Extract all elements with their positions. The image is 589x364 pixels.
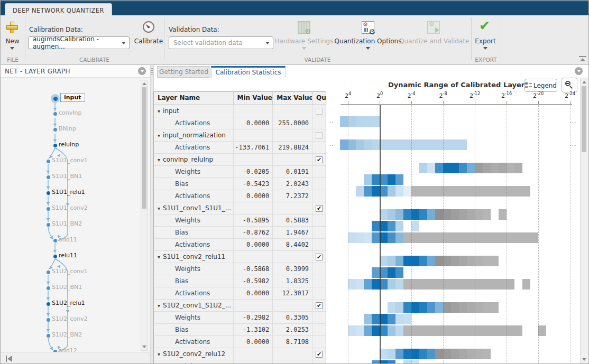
graph-node-dot[interactable] [53, 144, 57, 147]
graph-node-label[interactable]: S1U2_BN2 [52, 331, 82, 338]
collapse-toolstrip-icon[interactable] [579, 56, 586, 63]
calibrate-button[interactable] [143, 21, 154, 33]
graph-node-dot[interactable] [47, 160, 50, 163]
quantize-checkbox[interactable]: ✔ [316, 205, 323, 212]
table-item-row[interactable]: Weights-0.58950.5883 [154, 214, 326, 227]
table-item-row[interactable]: Activations0.00008.4402 [154, 239, 326, 251]
collapse-caret-icon[interactable]: ▾ [158, 303, 160, 309]
histogram-cell [427, 209, 435, 220]
collapse-caret-icon[interactable]: ▾ [158, 206, 160, 211]
new-button[interactable] [6, 22, 18, 33]
graph-node-label[interactable]: S1U1_conv2 [52, 204, 88, 211]
graph-node-dot[interactable] [47, 223, 50, 227]
collapse-caret-icon[interactable]: ▾ [158, 133, 160, 138]
collapse-caret-icon[interactable]: ▾ [158, 108, 160, 114]
graph-node-dot[interactable] [53, 128, 57, 132]
graph-node-label[interactable]: relu11 [59, 252, 77, 259]
graph-node-dot[interactable] [47, 270, 50, 274]
table-group-row[interactable]: ▾S1U1_conv1_S1U1_...✔ [154, 202, 326, 214]
table-group-row[interactable]: ▾S1U2_conv1_S1U2_...✔ [154, 300, 326, 312]
graph-node-dot[interactable] [53, 239, 57, 242]
graph-node-label[interactable]: S1U2_conv1 [52, 268, 88, 275]
header-quantize[interactable]: Qua [312, 92, 326, 105]
table-item-row[interactable]: Bias-0.59821.8325 [154, 275, 326, 287]
graph-node-label[interactable]: input [60, 93, 85, 102]
layer-graph-canvas[interactable]: inputconvInpBNInpreluInpS1U1_conv1S1U1_B… [1, 78, 150, 352]
header-max-value[interactable]: Max Value [273, 92, 312, 105]
scrollbar-thumb[interactable] [142, 87, 146, 209]
graph-node-dot[interactable] [47, 175, 50, 179]
document-panel-menu-icon[interactable] [575, 67, 583, 75]
scrollbar-thumb[interactable] [582, 86, 586, 152]
graph-node-label[interactable]: S1U2_BN1 [52, 284, 82, 291]
table-item-row[interactable]: Activations0.00007.2372 [154, 190, 326, 202]
table-group-row[interactable]: ▾input_normalization [154, 129, 326, 142]
graph-node-label[interactable]: add11 [59, 236, 77, 243]
histogram-cell [491, 279, 499, 290]
header-layer-name[interactable]: Layer Name [154, 92, 234, 105]
graph-node-label[interactable]: S1U1_relu1 [52, 189, 85, 195]
graph-node-dot[interactable] [47, 207, 50, 211]
collapse-caret-icon[interactable]: ▾ [158, 254, 160, 260]
graph-node-dot[interactable] [53, 255, 57, 258]
graph-node-dot[interactable] [53, 97, 58, 101]
table-group-row[interactable]: ▾input [154, 105, 326, 117]
graph-node-dot[interactable] [47, 318, 50, 322]
table-group-row[interactable]: ▾S1U1_conv2_relu11✔ [154, 251, 326, 263]
collapse-caret-icon[interactable]: ▾ [158, 351, 160, 357]
new-dropdown-arrow-icon[interactable] [10, 47, 14, 50]
table-item-row[interactable]: Weights-0.29820.3305 [154, 312, 326, 324]
graph-node-label[interactable]: S1U2_relu1 [52, 300, 85, 306]
table-group-row[interactable]: ▾convInp_reluInp✔ [154, 154, 326, 166]
table-item-row[interactable]: Activations0.0000255.0000 [154, 117, 326, 129]
scroll-up-icon[interactable] [142, 82, 146, 85]
graph-node-label[interactable]: S1U2_conv2 [52, 315, 88, 322]
table-group-row[interactable]: ▾S1U2_conv2_relu12✔ [154, 348, 326, 360]
graph-node-label[interactable]: convInp [59, 109, 81, 116]
scroll-down-icon[interactable] [142, 346, 146, 348]
min-value-cell: 0.0000 [234, 190, 273, 202]
graph-node-label[interactable]: S1U1_BN2 [52, 220, 82, 227]
collapse-caret-icon[interactable]: ▾ [158, 157, 160, 163]
quantize-checkbox[interactable]: ✔ [316, 351, 323, 358]
table-item-row[interactable]: Activations0.00008.7198 [154, 336, 326, 348]
tab-calibration-statistics[interactable]: Calibration Statistics [211, 66, 286, 78]
table-item-row[interactable]: Activations-133.7061219.8824 [154, 142, 326, 154]
table-item-row[interactable]: Bias-1.31022.0253 [154, 324, 326, 336]
graph-node-dot[interactable] [47, 334, 50, 338]
quantization-options-button[interactable]: ⚙⚙ [362, 21, 374, 34]
validation-data-combo[interactable]: Select validation data [169, 36, 273, 49]
table-item-row[interactable]: Bias-0.54232.0243 [154, 178, 326, 190]
graph-node-label[interactable]: reluInp [59, 141, 79, 148]
quantize-checkbox[interactable]: ✔ [316, 302, 323, 309]
chart-vscrollbar[interactable] [580, 78, 587, 364]
quantize-cell [312, 360, 326, 364]
graph-node-dot[interactable] [47, 302, 50, 306]
table-item-row[interactable]: Bias-0.87621.9467 [154, 227, 326, 239]
layer-graph-vscrollbar[interactable] [141, 80, 148, 351]
table-item-row[interactable]: Activations0.000012.3017 [154, 287, 326, 300]
header-min-value[interactable]: Min Value [234, 92, 273, 105]
quantize-checkbox[interactable]: ✔ [316, 156, 323, 163]
calibration-data-combo[interactable]: augimdsCalibration - augmen... [28, 36, 130, 49]
tab-getting-started[interactable]: Getting Started [157, 66, 210, 78]
graph-node-label[interactable]: add12 [59, 347, 77, 352]
quantize-checkbox[interactable]: ✔ [316, 254, 323, 260]
table-item-row[interactable]: Weights-0.71490.4828 [154, 360, 326, 364]
graph-node-label[interactable]: S1U1_BN1 [52, 173, 82, 180]
graph-node-dot[interactable] [53, 112, 57, 116]
table-item-row[interactable]: Weights-0.58680.3999 [154, 263, 326, 275]
graph-node-label[interactable]: S1U1_conv1 [52, 157, 88, 164]
export-dropdown-arrow-icon[interactable] [483, 47, 487, 50]
quantization-options-dropdown-arrow-icon[interactable] [366, 47, 370, 50]
collapse-panel-icon[interactable] [6, 356, 13, 362]
export-check-icon[interactable]: ✔ [479, 20, 490, 32]
dynamic-range-chart[interactable]: ..........24202-42-82-122-162-202-24 [326, 78, 579, 364]
panel-menu-icon[interactable] [138, 67, 146, 75]
table-item-row[interactable]: Weights-0.02050.0191 [154, 166, 326, 178]
graph-node-dot[interactable] [47, 191, 50, 195]
scroll-up-icon[interactable] [582, 81, 586, 83]
graph-node-dot[interactable] [47, 286, 50, 290]
scroll-down-icon[interactable] [582, 358, 586, 361]
graph-node-label[interactable]: BNInp [59, 125, 76, 132]
